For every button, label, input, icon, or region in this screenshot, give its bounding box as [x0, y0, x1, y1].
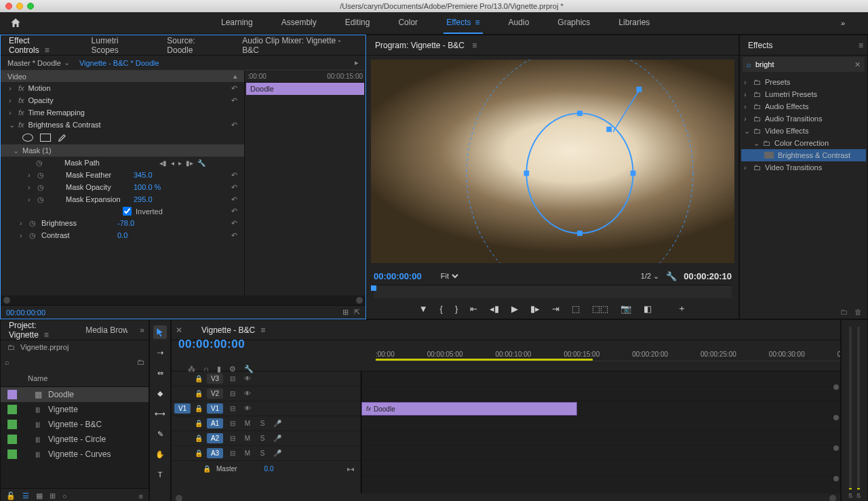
track-row-a3[interactable] — [361, 446, 840, 461]
lock-icon[interactable]: 🔒 — [195, 375, 203, 382]
mute-button[interactable]: M — [242, 420, 253, 427]
voice-over-icon[interactable]: 🎤 — [272, 420, 283, 427]
chevron-down-icon[interactable]: ⌄ — [64, 58, 70, 67]
effect-brightness-contrast[interactable]: ⌄ fx Brightness & Contrast ↶ — [1, 119, 244, 131]
maximize-window-button[interactable] — [27, 3, 34, 9]
fx-folder-video-effects[interactable]: ⌄🗀Video Effects — [741, 125, 866, 137]
ws-tab-editing[interactable]: Editing — [342, 12, 373, 34]
track-header-v3[interactable]: 🔒 V3 ⊟ 👁 — [172, 372, 361, 386]
comparison-view-button[interactable]: ◧ — [644, 304, 652, 314]
playhead-icon[interactable] — [371, 285, 376, 291]
reset-icon[interactable]: ↶ — [231, 231, 237, 240]
ws-tab-libraries[interactable]: Libraries — [616, 12, 652, 34]
ws-effects-menu-icon[interactable]: ≡ — [475, 18, 480, 27]
selection-tool[interactable] — [153, 325, 167, 339]
disclose-icon[interactable]: › — [28, 195, 35, 203]
stopwatch-icon[interactable]: ◷ — [29, 231, 37, 240]
track-row-v3[interactable] — [361, 372, 840, 386]
ws-tab-effects[interactable]: Effects≡ — [443, 12, 482, 34]
project-headers[interactable]: Name — [1, 370, 149, 387]
effects-search-input[interactable] — [755, 60, 854, 68]
fx-preset-brightness-contrast[interactable]: Brightness & Contrast — [741, 149, 866, 161]
track-settings-icon[interactable]: 🔧 — [197, 159, 205, 167]
pen-tool[interactable]: ✎ — [153, 427, 167, 441]
freeform-view-icon[interactable]: ⊞ — [50, 492, 56, 500]
track-header-a2[interactable]: 🔒 A2 ⊟ M S 🎤 — [172, 431, 361, 446]
reset-icon[interactable]: ↶ — [231, 207, 237, 216]
label-swatch[interactable] — [7, 420, 17, 429]
label-swatch[interactable] — [7, 449, 17, 459]
track-label[interactable]: V3 — [207, 374, 223, 384]
project-item-vignette[interactable]: ⫼ Vignette — [1, 402, 149, 417]
add-marker-button[interactable]: ▼ — [419, 304, 428, 314]
mask-feather-value[interactable]: 345.0 — [134, 171, 153, 179]
track-back-icon[interactable]: ◂ — [171, 159, 174, 167]
voice-over-icon[interactable]: 🎤 — [272, 449, 283, 457]
ec-time-ruler[interactable]: :00:00 00:00:15:00 — [245, 71, 366, 83]
reset-icon[interactable]: ↶ — [231, 84, 237, 93]
go-to-out-button[interactable]: ⇥ — [552, 304, 559, 314]
track-header-v2[interactable]: 🔒 V2 ⊟ 👁 — [172, 386, 361, 401]
razor-tool[interactable]: ◆ — [153, 386, 167, 400]
tab-sequence[interactable]: Vignette - B&C≡ — [197, 321, 269, 339]
new-bin-icon[interactable]: 🗀 — [840, 308, 848, 316]
reset-icon[interactable]: ↶ — [231, 195, 237, 204]
effect-motion[interactable]: › fx Motion ↶ — [1, 82, 244, 94]
hand-tool[interactable]: ✋ — [153, 447, 167, 461]
label-swatch[interactable] — [7, 435, 17, 444]
ws-tab-graphics[interactable]: Graphics — [555, 12, 593, 34]
reset-icon[interactable]: ↶ — [231, 96, 237, 105]
track-header-a1[interactable]: 🔒 A1 ⊟ M S 🎤 — [172, 416, 361, 431]
track-header-master[interactable]: 🔒 Master 0.0 ▸◂ — [172, 461, 361, 476]
source-track-label[interactable]: V1 — [174, 403, 191, 414]
play-button[interactable]: ▶ — [511, 304, 518, 314]
toggle-sync-lock-icon[interactable]: ⊟ — [227, 375, 238, 382]
track-label[interactable]: V1 — [207, 403, 223, 414]
mark-out-button[interactable]: } — [455, 304, 458, 314]
fx-folder-presets[interactable]: ›🗀Presets — [741, 76, 866, 88]
filter-bin-icon[interactable]: 🗀 — [137, 358, 144, 366]
program-current-timecode[interactable]: 00:00:00:00 — [374, 271, 422, 281]
tab-program[interactable]: Program: Vignette - B&C ≡ — [371, 37, 481, 54]
fx-folder-color-correction[interactable]: ⌄🗀Color Correction — [741, 137, 866, 149]
track-row-v1[interactable]: fx Doodle — [361, 401, 840, 416]
ec-clip-bar[interactable]: Doodle — [246, 83, 364, 95]
track-row-master[interactable] — [361, 461, 840, 476]
stopwatch-icon[interactable]: ◷ — [36, 159, 44, 167]
fx-folder-audio-transitions[interactable]: ›🗀Audio Transitions — [741, 113, 866, 125]
column-name[interactable]: Name — [28, 374, 47, 382]
mark-in-button[interactable]: { — [440, 304, 443, 314]
track-fwd-one-icon[interactable]: ▮▸ — [186, 159, 193, 167]
toggle-track-output-icon[interactable]: 👁 — [242, 375, 253, 382]
toggle-sync-lock-icon[interactable]: ⊟ — [227, 435, 238, 442]
extract-button[interactable]: ⬚⬚ — [592, 304, 608, 314]
search-icon[interactable]: ⌕ — [5, 358, 9, 366]
mask-inverted-checkbox[interactable] — [123, 207, 132, 216]
track-select-tool[interactable]: ⇢ — [153, 346, 167, 359]
master-clip-label[interactable]: Master * Doodle — [7, 59, 61, 67]
brightness-row[interactable]: › ◷ Brightness -78.0 ↶ — [1, 217, 244, 229]
write-access-icon[interactable]: 🔓 — [6, 492, 16, 500]
track-label[interactable]: A3 — [207, 448, 223, 458]
disclose-icon[interactable]: › — [20, 231, 26, 239]
button-editor-plus-icon[interactable]: ＋ — [677, 302, 686, 315]
track-row-a2[interactable] — [361, 431, 840, 446]
track-row-v2[interactable] — [361, 386, 840, 401]
tab-media-browser[interactable]: Media Brows — [81, 321, 127, 339]
contrast-value[interactable]: 0.0 — [117, 231, 127, 239]
ws-tab-audio[interactable]: Audio — [506, 12, 532, 34]
track-header-a3[interactable]: 🔒 A3 ⊟ M S 🎤 — [172, 446, 361, 461]
timeline-footer[interactable] — [172, 494, 840, 501]
panel-menu-icon[interactable]: ≡ — [859, 41, 863, 50]
sequence-clip-link[interactable]: Vignette - B&C * Doodle — [79, 59, 159, 67]
solo-indicator[interactable]: S — [856, 492, 861, 499]
workspace-overflow-icon[interactable]: » — [841, 19, 845, 27]
voice-over-icon[interactable]: 🎤 — [272, 435, 283, 442]
ripple-edit-tool[interactable]: ⇔ — [153, 366, 167, 380]
mask-ellipse-button[interactable] — [22, 134, 33, 142]
panel-menu-icon[interactable]: ≡ — [44, 330, 49, 340]
lock-icon[interactable]: 🔒 — [195, 390, 203, 397]
mask-expansion-row[interactable]: › ◷ Mask Expansion 295.0 ↶ — [1, 193, 244, 205]
minimize-window-button[interactable] — [16, 3, 23, 9]
resolution-dropdown[interactable]: 1/2 ⌄ — [641, 272, 659, 281]
